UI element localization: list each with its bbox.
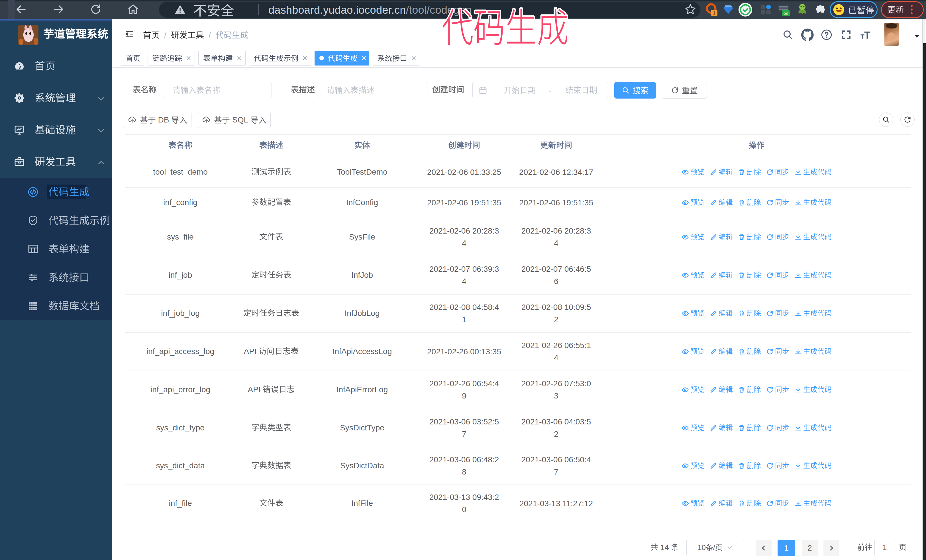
svg-text:1: 1 — [713, 11, 716, 15]
svg-text:on: on — [784, 11, 788, 16]
